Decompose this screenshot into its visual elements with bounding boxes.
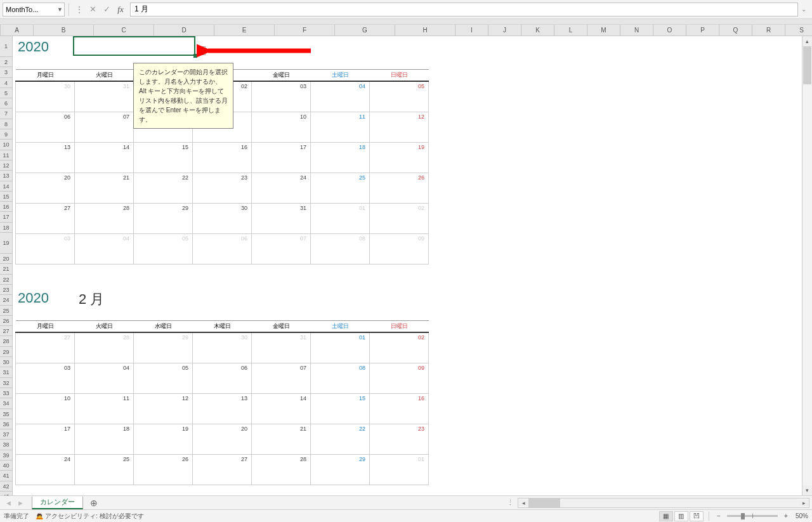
vscroll-thumb[interactable] <box>803 46 811 84</box>
calendar-day-cell[interactable]: 03 <box>252 81 311 112</box>
tabs-menu-icon[interactable]: ⋮ <box>503 499 518 507</box>
calendar-day-cell[interactable]: 19 <box>134 424 193 454</box>
calendar-day-cell[interactable]: 11 <box>75 393 134 424</box>
calendar-day-cell[interactable]: 29 <box>134 203 193 233</box>
calendar-day-cell[interactable]: 11 <box>311 112 370 142</box>
row-header-18[interactable]: 18 <box>0 223 13 233</box>
row-header-22[interactable]: 22 <box>0 275 13 285</box>
sheet-tab-active[interactable]: カレンダー <box>32 497 83 509</box>
calendar-day-cell[interactable]: 28 <box>75 203 134 233</box>
calendar-day-cell[interactable]: 03 <box>16 233 75 264</box>
row-header-20[interactable]: 20 <box>0 254 13 264</box>
view-page-layout-button[interactable]: ▥ <box>674 511 688 521</box>
dropdown-arrow-icon[interactable]: ▾ <box>197 46 206 55</box>
calendar-day-cell[interactable]: 08 <box>311 363 370 393</box>
calendar-day-cell[interactable]: 30 <box>16 81 75 112</box>
row-header-8[interactable]: 8 <box>0 119 13 129</box>
calendar-day-cell[interactable]: 22 <box>311 424 370 454</box>
row-header-39[interactable]: 39 <box>0 450 13 460</box>
zoom-out-button[interactable]: − <box>714 512 723 519</box>
calendar-day-cell[interactable]: 16 <box>370 393 429 424</box>
selected-cell[interactable] <box>73 36 195 56</box>
calendar-day-cell[interactable]: 14 <box>252 393 311 424</box>
fx-icon[interactable]: fx <box>114 3 128 16</box>
row-header-7[interactable]: 7 <box>0 108 13 119</box>
calendar-day-cell[interactable]: 25 <box>311 173 370 203</box>
calendar-day-cell[interactable]: 27 <box>16 332 75 363</box>
calendar-day-cell[interactable]: 17 <box>252 142 311 173</box>
row-header-31[interactable]: 31 <box>0 367 13 377</box>
row-header-37[interactable]: 37 <box>0 429 13 440</box>
row-header-36[interactable]: 36 <box>0 419 13 429</box>
cancel-edit-icon[interactable]: ✕ <box>86 3 100 16</box>
calendar-day-cell[interactable]: 27 <box>193 454 252 485</box>
col-header-H[interactable]: H <box>395 25 455 36</box>
calendar-day-cell[interactable]: 20 <box>193 424 252 454</box>
zoom-percent[interactable]: 50% <box>796 512 808 519</box>
calendar-day-cell[interactable]: 26 <box>370 173 429 203</box>
scroll-right-icon[interactable]: ▸ <box>799 500 809 506</box>
calendar-day-cell[interactable]: 18 <box>75 424 134 454</box>
col-header-G[interactable]: G <box>335 25 395 36</box>
calendar-day-cell[interactable]: 24 <box>252 173 311 203</box>
row-header-5[interactable]: 5 <box>0 88 13 98</box>
fill-handle[interactable] <box>193 54 197 58</box>
calendar-day-cell[interactable]: 12 <box>134 393 193 424</box>
col-header-D[interactable]: D <box>154 25 214 36</box>
calendar-day-cell[interactable]: 09 <box>370 233 429 264</box>
row-header-23[interactable]: 23 <box>0 285 13 295</box>
row-header-15[interactable]: 15 <box>0 192 13 202</box>
col-header-A[interactable]: A <box>1 25 34 36</box>
calendar-day-cell[interactable]: 09 <box>370 363 429 393</box>
calendar-day-cell[interactable]: 04 <box>75 363 134 393</box>
zoom-in-button[interactable]: + <box>782 512 790 519</box>
calendar-day-cell[interactable]: 01 <box>311 203 370 233</box>
calendar-day-cell[interactable]: 08 <box>311 233 370 264</box>
col-header-S[interactable]: S <box>785 25 812 36</box>
calendar-day-cell[interactable]: 25 <box>75 454 134 485</box>
tab-next-icon[interactable]: ► <box>17 499 24 507</box>
calendar-day-cell[interactable]: 06 <box>16 112 75 142</box>
formula-input[interactable]: 1 月 <box>130 3 798 16</box>
row-header-2[interactable]: 2 <box>0 57 13 67</box>
calendar-day-cell[interactable]: 29 <box>311 454 370 485</box>
col-header-I[interactable]: I <box>455 25 488 36</box>
hscroll-track[interactable] <box>528 499 799 507</box>
confirm-edit-icon[interactable]: ✓ <box>100 3 114 16</box>
col-header-P[interactable]: P <box>686 25 719 36</box>
row-header-12[interactable]: 12 <box>0 160 13 171</box>
calendar-day-cell[interactable]: 20 <box>16 173 75 203</box>
col-header-B[interactable]: B <box>34 25 94 36</box>
vscroll-track[interactable] <box>802 46 812 485</box>
calendar-day-cell[interactable]: 03 <box>16 363 75 393</box>
accessibility-status[interactable]: 🙇 アクセシビリティ: 検討が必要です <box>36 512 144 521</box>
scroll-left-icon[interactable]: ◂ <box>518 500 528 506</box>
calendar-day-cell[interactable]: 07 <box>252 233 311 264</box>
calendar-day-cell[interactable]: 29 <box>134 332 193 363</box>
view-page-break-button[interactable]: 凹 <box>690 511 704 521</box>
vertical-scrollbar[interactable]: ▴ ▾ <box>802 36 812 495</box>
col-header-C[interactable]: C <box>94 25 154 36</box>
calendar-day-cell[interactable]: 10 <box>252 112 311 142</box>
calendar-day-cell[interactable]: 06 <box>193 233 252 264</box>
row-header-29[interactable]: 29 <box>0 347 13 357</box>
row-header-19[interactable]: 19 <box>0 233 13 254</box>
row-header-32[interactable]: 32 <box>0 378 13 388</box>
col-header-R[interactable]: R <box>752 25 785 36</box>
calendar-day-cell[interactable]: 04 <box>75 233 134 264</box>
col-header-Q[interactable]: Q <box>719 25 752 36</box>
calendar-day-cell[interactable]: 15 <box>311 393 370 424</box>
row-header-11[interactable]: 11 <box>0 150 13 160</box>
calendar-day-cell[interactable]: 22 <box>134 173 193 203</box>
calendar-day-cell[interactable]: 16 <box>193 142 252 173</box>
select-all-button[interactable] <box>0 25 1 36</box>
calendar-day-cell[interactable]: 01 <box>370 454 429 485</box>
horizontal-scrollbar[interactable]: ◂ ▸ <box>518 498 809 508</box>
calendar-day-cell[interactable]: 02 <box>370 332 429 363</box>
calendar-day-cell[interactable]: 07 <box>252 363 311 393</box>
row-header-14[interactable]: 14 <box>0 181 13 192</box>
name-box[interactable]: MonthTo... ▼ <box>3 3 65 16</box>
view-normal-button[interactable]: ▦ <box>659 511 673 521</box>
row-header-25[interactable]: 25 <box>0 306 13 316</box>
calendar-day-cell[interactable]: 31 <box>252 332 311 363</box>
